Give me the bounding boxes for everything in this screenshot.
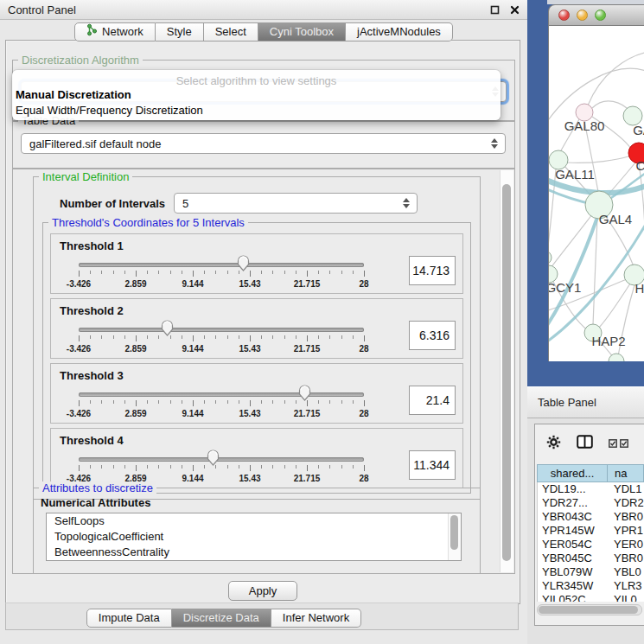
panel-scrollbar[interactable] [500,170,513,572]
num-intervals-combobox[interactable]: 5 [174,193,418,214]
tab-network[interactable]: Network [74,22,156,41]
split-columns-icon[interactable] [577,435,593,452]
numerical-attributes-label: Numerical Attributes [41,496,150,509]
tab-impute-data[interactable]: Impute Data [86,609,172,628]
close-icon[interactable] [510,5,520,15]
table-row[interactable]: YBR043CYBR0 [538,510,644,524]
algorithm-dropdown-popup: Select algorithm to view settings Manual… [12,70,501,120]
tab-cyni-toolbox[interactable]: Cyni Toolbox [258,22,346,41]
minimize-traffic-light[interactable] [577,10,588,21]
attributes-group: Attributes to discretize Numerical Attri… [33,488,481,574]
table-row[interactable]: YIL052CYIL0 [538,593,644,602]
slider-track[interactable] [79,328,364,332]
network-edge[interactable] [551,214,592,268]
table-data-combobox[interactable]: galFiltered.sif default node [21,133,506,154]
panel-title: Control Panel [8,3,480,16]
tab-infer-network[interactable]: Infer Network [271,609,361,628]
control-panel-tabs: NetworkStyleSelectCyni ToolboxjActiveMNo… [0,22,527,41]
gear-icon[interactable] [546,435,561,453]
group-title: Threshold's Coordinates for 5 Intervals [48,216,248,229]
table-row[interactable]: YER054CYER0 [538,538,644,552]
cell-shared-name: YBR043C [538,510,609,524]
interval-definition-group: Interval Definition Number of Intervals … [33,176,481,500]
column-header-name[interactable]: na [608,464,644,482]
threshold-panel-4: Threshold 4-3.4262.8599.14415.4321.71528… [50,428,463,488]
threshold-value-field[interactable]: 6.316 [409,321,456,350]
network-edge[interactable] [593,218,597,325]
network-window-titlebar[interactable] [548,4,644,26]
combo-stepper-icon [401,194,411,213]
threshold-value-field[interactable]: 14.713 [409,256,456,285]
dropdown-prompt: Select algorithm to view settings [12,74,501,87]
cell-name: YER0 [609,538,644,552]
menu-item-equal-width-frequency[interactable]: Equal Width/Frequency Discretization [16,104,203,117]
table-row[interactable]: YLR345WYLR3 [538,579,644,593]
control-panel-titlebar: Control Panel [0,0,527,20]
threshold-slider[interactable]: -3.4262.8599.14415.4321.71528 [79,450,364,485]
control-panel: Control Panel NetworkStyleSelectCyni Too… [0,0,527,644]
slider-thumb[interactable] [297,384,312,405]
threshold-value-field[interactable]: 21.4 [409,386,456,415]
scrollbar-thumb[interactable] [502,184,511,561]
slider-thumb[interactable] [160,319,175,341]
table-hscrollbar[interactable] [537,604,642,615]
network-canvas[interactable]: GAL80GACGAL11GAL4GCY1HHAP2 [548,26,644,361]
slider-track[interactable] [79,263,364,267]
cell-name: YIL0 [609,593,644,602]
cell-name: YBL0 [609,565,644,579]
table-row[interactable]: YDR27...YDR2 [538,496,644,510]
numerical-attributes-list[interactable]: SelfLoopsTopologicalCoefficientBetweenne… [46,513,462,561]
tab-label: Infer Network [283,609,349,627]
select-columns-icons[interactable] [609,439,628,448]
table-row[interactable]: YBR045CYBR0 [538,552,644,565]
tick-label: 28 [359,474,368,483]
network-edge[interactable] [588,52,644,105]
threshold-slider[interactable]: -3.4262.8599.14415.4321.71528 [79,321,364,355]
network-window: GAL80GACGAL11GAL4GCY1HHAP2 [548,4,644,361]
apply-button[interactable]: Apply [228,581,297,601]
node-label: GCY1 [549,280,581,295]
tick-label: 15.43 [239,409,260,418]
tick-label: 9.144 [182,344,203,354]
cell-shared-name: YDR27... [538,496,609,510]
close-traffic-light[interactable] [558,10,570,21]
threshold-label: Threshold 4 [60,434,124,447]
tab-label: Style [167,23,192,41]
slider-track[interactable] [79,392,364,397]
float-window-icon[interactable] [490,5,500,15]
tab-label: Select [215,23,246,41]
network-edge[interactable] [566,156,631,163]
slider-thumb[interactable] [236,254,251,276]
tick-label: -3.426 [67,344,91,354]
threshold-value-field[interactable]: 11.344 [409,450,456,480]
network-node[interactable] [549,251,552,265]
attribute-item[interactable]: TopologicalCoefficient [47,529,461,545]
table-panel-header: Table Panel [527,386,644,418]
node-label: GAL4 [599,212,632,226]
num-intervals-label: Number of Intervals [60,197,165,210]
table-row[interactable]: YPR145WYPR1 [538,524,644,538]
tab-jactivemnodules[interactable]: jActiveMNodules [346,22,453,41]
slider-thumb[interactable] [206,449,220,470]
attribute-item[interactable]: BetweennessCentrality [47,545,461,560]
slider-track[interactable] [79,457,364,462]
attribute-item[interactable]: SelfLoops [47,513,461,529]
table-row[interactable]: YBL079WYBL0 [538,565,644,579]
table-row[interactable]: YDL19...YDL1 [538,482,644,496]
menu-item-manual-discretization[interactable]: Manual Discretization [16,88,131,101]
table-panel-card: shared... na YDL19...YDL1YDR27...YDR2YBR… [534,424,644,626]
tick-label: 9.144 [182,409,203,418]
network-icon [86,23,98,41]
zoom-traffic-light[interactable] [595,10,606,21]
tab-select[interactable]: Select [204,22,258,41]
tab-discretize-data[interactable]: Discretize Data [172,609,271,628]
tab-style[interactable]: Style [156,22,204,41]
combo-stepper-icon [489,134,500,153]
threshold-slider[interactable]: -3.4262.8599.14415.4321.71528 [79,386,364,420]
cell-name: YDR2 [609,496,644,510]
threshold-slider[interactable]: -3.4262.8599.14415.4321.71528 [79,256,364,290]
tab-label: jActiveMNodules [357,23,441,41]
table-toolbar [535,424,644,462]
list-scrollbar[interactable] [448,513,461,560]
column-header-shared[interactable]: shared... [537,464,608,482]
